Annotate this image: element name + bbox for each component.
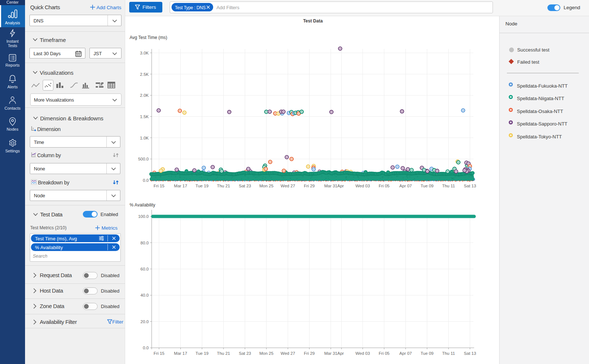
svg-text:1.0K: 1.0K bbox=[140, 136, 149, 140]
svg-text:2.0K: 2.0K bbox=[140, 93, 149, 98]
svg-text:Tue 09: Tue 09 bbox=[420, 351, 433, 356]
svg-text:Apr 07: Apr 07 bbox=[399, 351, 412, 356]
svg-text:Thu 11: Thu 11 bbox=[442, 351, 455, 356]
svg-text:x: x bbox=[33, 127, 34, 130]
svg-text:Sat 23: Sat 23 bbox=[239, 184, 251, 188]
svg-text:500.0: 500.0 bbox=[138, 157, 149, 161]
svg-text:0.0: 0.0 bbox=[143, 346, 149, 350]
svg-text:Fri 05: Fri 05 bbox=[379, 184, 389, 188]
svg-text:1.5K: 1.5K bbox=[140, 114, 149, 119]
svg-text:60.0: 60.0 bbox=[141, 267, 149, 271]
svg-text:Apr: Apr bbox=[337, 351, 344, 356]
svg-text:0.0: 0.0 bbox=[143, 178, 149, 183]
svg-text:Mon 25: Mon 25 bbox=[260, 184, 274, 188]
svg-text:Thu 11: Thu 11 bbox=[442, 184, 455, 188]
svg-text:Tue 09: Tue 09 bbox=[420, 184, 433, 188]
svg-text:40.0: 40.0 bbox=[141, 293, 149, 297]
svg-text:Fri 05: Fri 05 bbox=[379, 351, 389, 356]
svg-text:Sat 23: Sat 23 bbox=[239, 351, 251, 356]
svg-text:Sat 13: Sat 13 bbox=[464, 184, 476, 188]
svg-text:Mar 31: Mar 31 bbox=[324, 184, 338, 188]
svg-text:Mar 17: Mar 17 bbox=[174, 351, 187, 356]
svg-text:Thu 21: Thu 21 bbox=[217, 184, 230, 188]
svg-text:Sat 13: Sat 13 bbox=[464, 351, 476, 356]
svg-text:Tue 19: Tue 19 bbox=[195, 351, 208, 356]
svg-text:Mon 25: Mon 25 bbox=[260, 351, 274, 356]
svg-text:Fri 29: Fri 29 bbox=[304, 351, 315, 356]
svg-text:Apr: Apr bbox=[337, 184, 344, 188]
svg-text:Fri 29: Fri 29 bbox=[304, 184, 315, 188]
svg-text:Wed 27: Wed 27 bbox=[281, 351, 295, 356]
svg-text:100.0: 100.0 bbox=[138, 214, 149, 219]
svg-text:Test Data: Test Data bbox=[303, 18, 322, 24]
svg-text:Fri 15: Fri 15 bbox=[154, 351, 164, 356]
svg-text:% Availability: % Availability bbox=[130, 202, 155, 208]
svg-text:Thu 21: Thu 21 bbox=[217, 351, 230, 356]
svg-text:Wed 03: Wed 03 bbox=[355, 184, 370, 188]
svg-text:Mar 17: Mar 17 bbox=[174, 184, 187, 188]
svg-text:Avg Test Time (ms): Avg Test Time (ms) bbox=[130, 35, 167, 40]
svg-text:Apr 07: Apr 07 bbox=[399, 184, 412, 188]
svg-text:20.0: 20.0 bbox=[141, 319, 149, 324]
svg-text:Fri 15: Fri 15 bbox=[154, 184, 164, 188]
svg-text:2.5K: 2.5K bbox=[140, 72, 149, 77]
svg-text:Wed 27: Wed 27 bbox=[281, 184, 295, 188]
svg-text:80.0: 80.0 bbox=[141, 241, 149, 245]
svg-text:Mar 31: Mar 31 bbox=[324, 351, 338, 356]
svg-text:Wed 03: Wed 03 bbox=[355, 351, 370, 356]
svg-text:3.0K: 3.0K bbox=[140, 51, 149, 55]
svg-text:Tue 19: Tue 19 bbox=[195, 184, 208, 188]
